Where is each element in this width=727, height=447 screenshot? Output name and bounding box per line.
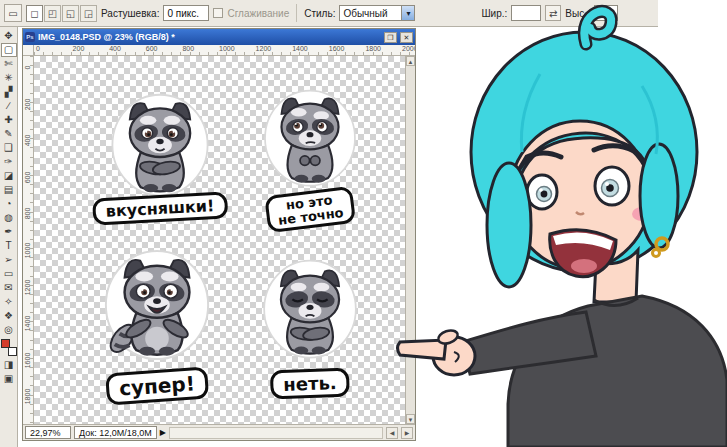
left-eye	[527, 175, 557, 209]
v-ruler-label: 1000	[24, 241, 31, 261]
color-swatches	[1, 339, 17, 356]
index-finger	[398, 340, 447, 359]
background-swatch[interactable]	[8, 347, 17, 356]
subtract-selection-icon[interactable]: ◱	[62, 5, 79, 22]
zoom-tool-icon[interactable]: ◎	[1, 323, 17, 337]
add-selection-icon[interactable]: ◰	[44, 5, 61, 22]
window-body: 0200400600800100012001400160018002000 02…	[23, 45, 415, 440]
history-brush-tool-icon[interactable]: ✑	[1, 155, 17, 169]
raccoon-arms-crossed-illustration	[107, 92, 213, 200]
antialias-checkbox[interactable]	[213, 8, 223, 18]
ps-document-icon: Ps	[25, 32, 35, 42]
h-ruler-label: 1800	[365, 45, 381, 52]
clone-stamp-tool-icon[interactable]: ❑	[1, 141, 17, 155]
v-ruler-label: 800	[24, 204, 31, 224]
gradient-tool-icon[interactable]: ▤	[1, 183, 17, 197]
screen-mode-icon[interactable]: ▣	[1, 372, 17, 386]
document-size-info: Док: 12,0М/18,0М	[74, 426, 157, 439]
style-value: Обычный	[343, 8, 387, 19]
v-ruler-label: 600	[24, 167, 31, 187]
v-ruler-label: 1200	[24, 277, 31, 297]
notes-tool-icon[interactable]: ✉	[1, 281, 17, 295]
eraser-tool-icon[interactable]: ◪	[1, 169, 17, 183]
h-ruler-label: 200	[73, 45, 85, 52]
dodge-tool-icon[interactable]: ◍	[1, 211, 17, 225]
vertical-ruler: 0200400600800100012001400160018002000	[23, 56, 34, 424]
new-selection-icon[interactable]: ◻	[26, 5, 43, 22]
tool-palette: ✥▢✄✳▞∕✚✎❑✑◪▤◔◍✒T➢▭✉✧❖◎◨▣	[0, 27, 18, 447]
sticker-text: супер!	[105, 366, 209, 405]
type-tool-icon[interactable]: T	[1, 239, 17, 253]
document-window: Ps IMG_0148.PSD @ 23% (RGB/8) * ❐ ✕ 0200…	[22, 28, 416, 441]
slice-tool-icon[interactable]: ∕	[1, 99, 17, 113]
foreground-swatch[interactable]	[1, 339, 10, 348]
hand-tool-icon[interactable]: ❖	[1, 309, 17, 323]
v-ruler-label: 0	[24, 58, 31, 78]
style-label: Стиль:	[304, 8, 335, 19]
v-ruler-label: 400	[24, 131, 31, 151]
feather-label: Растушевка:	[101, 8, 159, 19]
separator	[296, 4, 297, 22]
zoom-level-input[interactable]: 22,97%	[25, 426, 71, 439]
status-bar: 22,97% Док: 12,0М/18,0М ▶ ◀ ▶	[23, 424, 415, 440]
h-ruler-label: 1000	[219, 45, 235, 52]
v-ruler-label: 1400	[24, 314, 31, 334]
content-row: 0200400600800100012001400160018002000	[23, 56, 415, 424]
h-ruler-label: 400	[109, 45, 121, 52]
status-menu-arrow-icon[interactable]: ▶	[160, 428, 166, 437]
move-tool-icon[interactable]: ✥	[1, 29, 17, 43]
selection-mode-group: ◻◰◱◲	[26, 5, 97, 22]
raccoon-eyes-closed-illustration	[260, 258, 360, 362]
shape-tool-icon[interactable]: ▭	[1, 267, 17, 281]
blur-tool-icon[interactable]: ◔	[1, 197, 17, 211]
horizontal-scroll-track[interactable]	[169, 427, 383, 439]
v-ruler-label: 2000	[24, 424, 31, 425]
sticker-text: вкусняшки!	[92, 191, 228, 225]
h-ruler-label: 1200	[256, 45, 272, 52]
h-ruler-label: 600	[146, 45, 158, 52]
v-ruler-label: 1800	[24, 387, 31, 407]
sticker-super: супер!	[86, 248, 228, 404]
sticker-text: неть.	[270, 368, 350, 400]
document-canvas[interactable]: вкусняшки!	[34, 56, 405, 424]
ruler-row: 0200400600800100012001400160018002000	[23, 45, 415, 56]
sticker-nope: неть.	[250, 258, 370, 400]
eyedropper-tool-icon[interactable]: ✧	[1, 295, 17, 309]
hair-lock-left	[487, 163, 531, 287]
v-ruler-label: 200	[24, 94, 31, 114]
sticker-yummy: вкусняшки!	[84, 92, 236, 224]
tool-preset-icon[interactable]: ▭	[4, 4, 22, 22]
antialias-label: Сглаживание	[227, 8, 289, 19]
rectangular-marquee-tool-icon[interactable]: ▢	[1, 43, 17, 57]
raccoon-skeptical-illustration	[260, 88, 360, 190]
lasso-tool-icon[interactable]: ✄	[1, 57, 17, 71]
h-ruler-label: 0	[36, 45, 40, 52]
h-ruler-label: 1600	[329, 45, 345, 52]
brush-tool-icon[interactable]: ✎	[1, 127, 17, 141]
h-ruler-label: 800	[182, 45, 194, 52]
ruler-corner	[23, 45, 34, 56]
pen-tool-icon[interactable]: ✒	[1, 225, 17, 239]
raccoon-excited-illustration	[101, 248, 213, 364]
sticker-text: но это не точно	[264, 186, 356, 234]
healing-brush-tool-icon[interactable]: ✚	[1, 113, 17, 127]
document-title: IMG_0148.PSD @ 23% (RGB/8) *	[38, 32, 381, 42]
magic-wand-tool-icon[interactable]: ✳	[1, 71, 17, 85]
intersect-selection-icon[interactable]: ◲	[80, 5, 97, 22]
path-selection-tool-icon[interactable]: ➢	[1, 253, 17, 267]
sticker-not-sure: но это не точно	[246, 88, 374, 230]
horizontal-ruler: 0200400600800100012001400160018002000	[34, 45, 415, 56]
v-ruler-label: 1600	[24, 350, 31, 370]
quick-mask-icon[interactable]: ◨	[1, 358, 17, 372]
crop-tool-icon[interactable]: ▞	[1, 85, 17, 99]
hair-lock-right	[640, 144, 678, 248]
feather-input[interactable]: 0 пикс.	[163, 5, 209, 21]
photoshop-screen: ▭ ◻◰◱◲ Растушевка: 0 пикс. Сглаживание С…	[0, 0, 727, 447]
mascot-girl-illustration	[390, 0, 727, 447]
right-eye	[595, 167, 629, 205]
gold-earring-small	[653, 250, 660, 257]
document-title-bar[interactable]: Ps IMG_0148.PSD @ 23% (RGB/8) * ❐ ✕	[23, 29, 415, 45]
h-ruler-label: 1400	[292, 45, 308, 52]
